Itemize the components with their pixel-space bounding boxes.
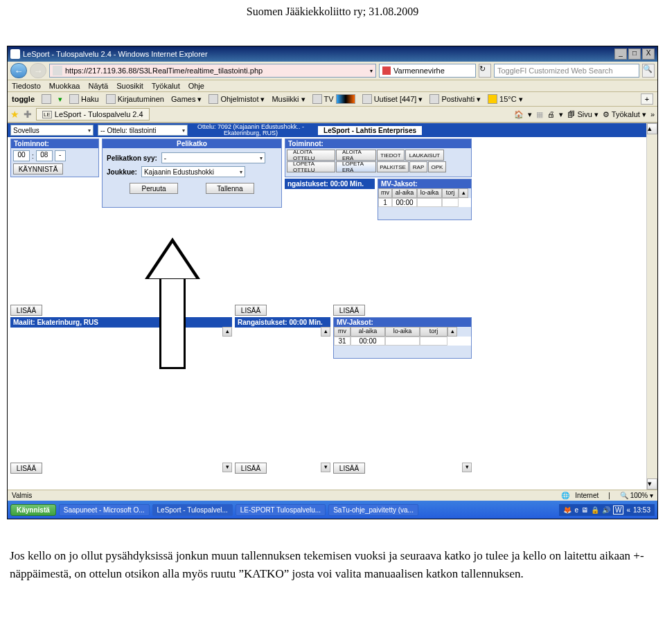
maalit-scroll-dn[interactable]: ▾ <box>222 463 232 472</box>
time-dash[interactable]: - <box>55 150 66 161</box>
right-lisaa-button[interactable]: LISÄÄ <box>333 305 365 316</box>
joukkue-dropdown[interactable]: Kajaanin Edustushokki▾ <box>141 166 245 177</box>
feed-icon[interactable]: ▦ <box>536 110 543 119</box>
tab-favicon: LE <box>42 111 52 118</box>
mv2-scroll-dn[interactable]: ▾ <box>462 463 472 472</box>
tb-weather[interactable]: 15°C <box>499 95 517 103</box>
joukkue-label: Joukkue: <box>107 168 137 176</box>
search-box[interactable]: ToggleFI Customized Web Search <box>494 64 639 78</box>
mv-row1-al[interactable]: 00:00 <box>392 198 417 207</box>
time-min-input[interactable]: 00 <box>13 150 30 161</box>
tb-login[interactable]: Kirjautuminen <box>118 95 164 103</box>
tb-musiikki[interactable]: Musiikki <box>272 95 299 103</box>
tb-ohj[interactable]: Ohjelmistot <box>220 95 258 103</box>
content-scrollbar[interactable]: ▴▾ <box>646 123 657 490</box>
address-bar-row: ← → https://217.119.36.88/S3LRealTime/re… <box>8 62 657 80</box>
mv-row2-mv[interactable]: 31 <box>334 337 351 346</box>
tallenna-button[interactable]: Tallenna <box>206 183 254 194</box>
center-lisaa-button[interactable]: LISÄÄ <box>235 305 267 316</box>
search-go-button[interactable]: 🔍 <box>642 64 655 78</box>
home-icon[interactable]: 🏠 <box>514 110 524 119</box>
menu-view[interactable]: Näytä <box>88 82 108 90</box>
task-word[interactable]: SaTu-ohje_paivitetty (va... <box>328 504 418 516</box>
ottelu-dropdown[interactable]: -- Ottelu: tilastointi▾ <box>98 125 188 136</box>
bl2-button[interactable]: LISÄÄ <box>235 463 267 474</box>
overflow[interactable]: » <box>650 110 655 118</box>
security-text: Varmennevirhe <box>393 66 445 75</box>
syy-dropdown[interactable]: -▾ <box>161 152 265 163</box>
btn-lopeta-ottelu[interactable]: LOPETA OTTELU <box>287 161 335 172</box>
menu-fav[interactable]: Suosikit <box>116 82 143 90</box>
rang-scroll-up[interactable]: ▴ <box>321 327 330 337</box>
task-lesport2[interactable]: LE-SPORT Tulospalvelu... <box>236 504 326 516</box>
tab-lesport[interactable]: LE LeSport - Tulospalvelu 2.4 <box>36 108 150 120</box>
ohj-icon <box>209 94 218 104</box>
btn-lopeta-era[interactable]: LOPETA ERÄ <box>336 161 376 172</box>
mv-row1-mv[interactable]: 1 <box>378 198 392 207</box>
bl3-button[interactable]: LISÄÄ <box>333 463 365 474</box>
close-button[interactable]: X <box>642 48 655 60</box>
login-icon <box>106 94 116 104</box>
btn-aloita-ottelu[interactable]: ALOITA OTTELU <box>287 150 335 161</box>
left-lisaa-button[interactable]: LISÄÄ <box>10 305 42 316</box>
mail-icon <box>429 94 439 104</box>
tb-games[interactable]: Games <box>171 95 195 103</box>
print-icon[interactable]: 🖨 <box>547 110 555 118</box>
toggle-search-icon[interactable] <box>42 94 51 104</box>
menu-file[interactable]: Tiedosto <box>12 82 41 90</box>
sovellus-dropdown[interactable]: Sovellus▾ <box>10 125 94 136</box>
refresh-button[interactable]: ↻ <box>479 64 491 78</box>
btn-laukaisut[interactable]: LAUKAISUT <box>405 150 444 161</box>
mv-scroll-up[interactable]: ▴ <box>459 188 468 198</box>
lock-icon <box>53 66 62 75</box>
zoom-text[interactable]: 🔍 100% ▾ <box>620 492 653 499</box>
kaynnista-button[interactable]: KÄYNNISTÄ <box>13 163 63 175</box>
time-sec-input[interactable]: 08 <box>36 150 53 161</box>
classic-menu: Tiedosto Muokkaa Näytä Suosikit Työkalut… <box>8 80 657 92</box>
menu-tools[interactable]: Työkalut <box>152 82 180 90</box>
btn-palkitse[interactable]: PALKITSE <box>377 161 409 172</box>
page-menu[interactable]: 🗐 Sivu ▾ <box>567 110 598 119</box>
right-lisaa-bar: LISÄÄ <box>333 305 365 316</box>
mv-row2-al[interactable]: 00:00 <box>351 337 385 346</box>
toolbar-add-button[interactable]: + <box>641 93 653 105</box>
minimize-button[interactable]: _ <box>614 48 627 60</box>
menu-edit[interactable]: Muokkaa <box>49 82 80 90</box>
tv-icon <box>312 94 322 104</box>
bottom-lisaa-3: LISÄÄ <box>333 463 365 474</box>
peruuta-button[interactable]: Peruuta <box>130 183 178 194</box>
btn-tiedot[interactable]: TIEDOT <box>377 150 405 161</box>
address-bar[interactable]: https://217.119.36.88/S3LRealTime/realti… <box>49 64 376 78</box>
ie-statusbar: Valmis 🌐 Internet | 🔍 100% ▾ <box>8 490 657 501</box>
task-outlook[interactable]: Saapuneet - Microsoft O... <box>59 504 150 516</box>
maximize-button[interactable]: □ <box>628 48 641 60</box>
menu-help[interactable]: Ohje <box>188 82 204 90</box>
tb-mail[interactable]: Postivahti <box>441 95 475 103</box>
start-button[interactable]: Käynnistä <box>10 504 56 516</box>
tb-news[interactable]: Uutiset [447] <box>374 95 417 103</box>
mv-panel-upper: MV-Jaksot: mv al-aika lo-aika torj ▴ 1 0… <box>378 179 472 220</box>
toggle-toolbar: toggle ▾ Haku Kirjautuminen Games▾ Ohjel… <box>8 92 657 107</box>
search-placeholder: ToggleFI Customized Web Search <box>497 66 613 75</box>
rang-header-lower: Rangaistukset: 00:00 Min. <box>235 317 330 328</box>
tb-tv[interactable]: TV <box>324 95 334 103</box>
btn-opk[interactable]: OPK <box>428 161 446 172</box>
window-titlebar: LeSport - Tulospalvelu 2.4 - Windows Int… <box>8 46 657 62</box>
tb-haku[interactable]: Haku <box>81 95 99 103</box>
mv2-scroll-up[interactable]: ▴ <box>447 327 457 337</box>
tools-menu[interactable]: ⚙ Työkalut ▾ <box>603 110 646 119</box>
annotation-arrow <box>145 238 200 369</box>
maalit-scroll-up[interactable]: ▴ <box>222 327 232 337</box>
btn-aloita-era[interactable]: ALOITA ERÄ <box>336 150 376 161</box>
task-lesport[interactable]: LeSport - Tulospalvel... <box>152 504 233 516</box>
security-status[interactable]: Varmennevirhe <box>379 64 476 78</box>
page-content: Sovellus▾ -- Ottelu: tilastointi▾ Ottelu… <box>8 123 657 490</box>
rang-scroll-dn[interactable]: ▾ <box>321 463 330 472</box>
system-tray[interactable]: 🦊e🖥🔒🔊W « 13:53 <box>559 504 655 516</box>
status-text: Valmis <box>12 492 32 499</box>
btn-rap[interactable]: RAP <box>409 161 427 172</box>
favorites-star-icon[interactable]: ★ <box>10 109 19 120</box>
bl1-button[interactable]: LISÄÄ <box>10 463 42 474</box>
add-fav-icon[interactable]: ✚ <box>24 109 32 120</box>
back-button[interactable]: ← <box>10 63 27 78</box>
